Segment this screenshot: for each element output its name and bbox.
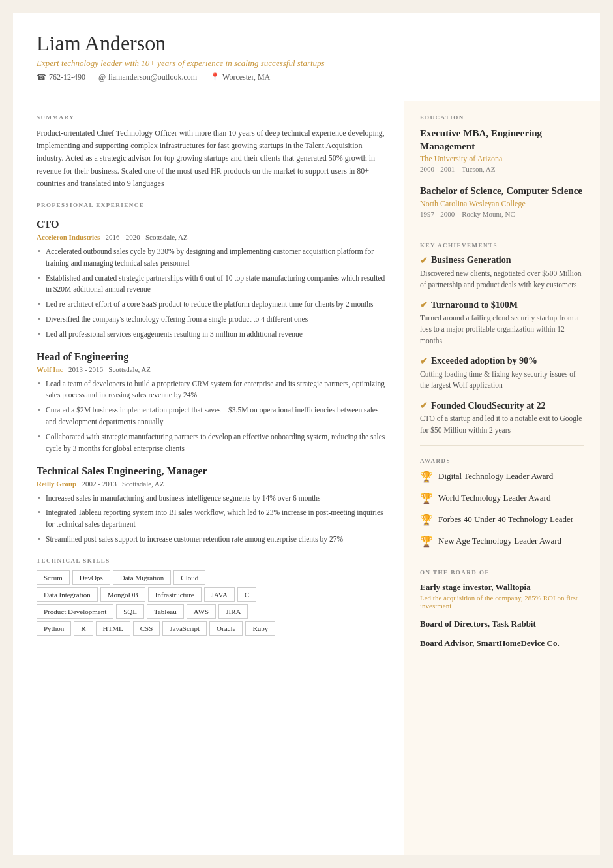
list-item: Lead a team of developers to build a pro… (37, 379, 388, 402)
job-meta-tsm: Reilly Group 2002 - 2013 Scottsdale, AZ (37, 480, 388, 488)
achievement-title-text: Founded CloudSecurity at 22 (431, 401, 545, 411)
edu-school-mba: The University of Arizona (420, 154, 584, 164)
achievement-desc-adoption: Cutting loading time & fixing key securi… (420, 369, 584, 392)
education-label: EDUCATION (420, 114, 584, 121)
email-item: @ liamanderson@outlook.com (98, 72, 197, 82)
main-content: SUMMARY Product-orientated Chief Technol… (13, 101, 600, 855)
phone-icon: ☎ (37, 72, 46, 82)
company-wolf: Wolf Inc (37, 365, 63, 373)
edu-entry-mba: Executive MBA, Engineering Management Th… (420, 127, 584, 173)
edu-years-mba: 2000 - 2001 Tucson, AZ (420, 165, 584, 173)
job-title-hoe: Head of Engineering (37, 351, 388, 363)
list-item: Led all professional services engagement… (37, 329, 388, 341)
achievement-biz: ✔ Business Generation Discovered new cli… (420, 255, 584, 291)
achievement-title-text: Exceeded adoption by 90% (431, 356, 537, 366)
edu-degree-bs: Bachelor of Science, Computer Science (420, 185, 584, 198)
board-desc-walltopia: Led the acquisition of the company, 285%… (420, 594, 584, 610)
check-icon: ✔ (420, 356, 428, 367)
edu-degree-mba: Executive MBA, Engineering Management (420, 127, 584, 153)
job-entry-hoe: Head of Engineering Wolf Inc 2013 - 2016… (37, 351, 388, 455)
achievement-desc-cloud: CTO of a startup and led it to a notable… (420, 413, 584, 436)
award-digital: 🏆 Digital Technology Leader Award (420, 471, 584, 483)
award-world: 🏆 World Technology Leader Award (420, 492, 584, 504)
achievement-turnaround: ✔ Turnaround to $100M Turned around a fa… (420, 300, 584, 347)
skill-javascript: JavaScript (162, 621, 207, 636)
list-item: Streamlined post-sales support to increa… (37, 534, 388, 546)
achievement-cloud: ✔ Founded CloudSecurity at 22 CTO of a s… (420, 400, 584, 436)
job-meta-cto: Acceleron Industries 2016 - 2020 Scottsd… (37, 233, 388, 241)
list-item: Diversified the company's technology off… (37, 314, 388, 326)
location-value: Worcester, MA (222, 72, 270, 82)
list-item: Led re-architect effort of a core SaaS p… (37, 299, 388, 311)
trophy-icon: 🏆 (420, 471, 433, 483)
skills-section: Scrum DevOps Data Migration Cloud Data I… (37, 570, 388, 636)
award-digital-text: Digital Technology Leader Award (438, 471, 553, 482)
skill-infrastructure: Infrastructure (148, 587, 202, 602)
board-title-walltopia: Early stage investor, Walltopia (420, 582, 584, 593)
achievement-title-adoption: ✔ Exceeded adoption by 90% (420, 356, 584, 367)
awards-label: AWARDS (420, 457, 584, 464)
skills-row-3: Product Development SQL Tableau AWS JIRA (37, 604, 388, 619)
award-forbes: 🏆 Forbes 40 Under 40 Technology Leader (420, 514, 584, 526)
location-icon: 📍 (210, 72, 220, 82)
skill-devops: DevOps (72, 570, 110, 585)
skill-datamigration: Data Migration (113, 570, 172, 585)
list-item: Collaborated with strategic manufacturin… (37, 431, 388, 455)
right-column: EDUCATION Executive MBA, Engineering Man… (404, 101, 600, 855)
skills-row-1: Scrum DevOps Data Migration Cloud (37, 570, 388, 585)
job-entry-tsm: Technical Sales Engineering, Manager Rei… (37, 465, 388, 546)
board-smarthome: Board Advisor, SmartHomeDevice Co. (420, 638, 584, 649)
award-newage-text: New Age Technology Leader Award (438, 536, 561, 546)
achievement-desc-turnaround: Turned around a failing cloud security s… (420, 313, 584, 347)
skill-mongodb: MongoDB (100, 587, 145, 602)
list-item: Integrated Tableau reporting system into… (37, 507, 388, 531)
list-item: Curated a $2M business implementation pr… (37, 405, 388, 428)
trophy-icon: 🏆 (420, 514, 433, 526)
board-title-smarthome: Board Advisor, SmartHomeDevice Co. (420, 638, 584, 649)
company-acceleron: Acceleron Industries (37, 233, 100, 241)
award-world-text: World Technology Leader Award (438, 493, 550, 503)
tsm-bullets: Increased sales in manufacturing and bus… (37, 493, 388, 546)
skill-python: Python (37, 621, 71, 636)
divider-achievements (420, 445, 584, 446)
location-item: 📍 Worcester, MA (210, 72, 270, 82)
edu-years-bs: 1997 - 2000 Rocky Mount, NC (420, 210, 584, 218)
job-title-tsm: Technical Sales Engineering, Manager (37, 465, 388, 477)
experience-label: PROFESSIONAL EXPERIENCE (37, 202, 388, 208)
skill-dataintegration: Data Integration (37, 587, 98, 602)
edu-school-bs: North Carolina Wesleyan College (420, 199, 584, 209)
skill-sql: SQL (116, 604, 144, 619)
trophy-icon: 🏆 (420, 492, 433, 504)
job-entry-cto: CTO Acceleron Industries 2016 - 2020 Sco… (37, 219, 388, 341)
skill-oracle: Oracle (209, 621, 243, 636)
skill-cloud: Cloud (173, 570, 205, 585)
achievement-desc-biz: Discovered new clients, negotiated over … (420, 268, 584, 291)
list-item: Increased sales in manufacturing and bus… (37, 493, 388, 504)
award-newage: 🏆 New Age Technology Leader Award (420, 535, 584, 548)
skills-label: TECHNICAL SKILLS (37, 557, 388, 564)
list-item: Accelerated outbound sales cycle by 330%… (37, 246, 388, 270)
skill-r: R (74, 621, 93, 636)
achievement-title-cloud: ✔ Founded CloudSecurity at 22 (420, 400, 584, 411)
check-icon: ✔ (420, 255, 428, 266)
skills-row-2: Data Integration MongoDB Infrastructure … (37, 587, 388, 602)
skill-tableau: Tableau (147, 604, 184, 619)
email-value: liamanderson@outlook.com (108, 72, 197, 82)
trophy-icon: 🏆 (420, 535, 433, 548)
check-icon: ✔ (420, 400, 428, 411)
skill-html: HTML (96, 621, 130, 636)
achievement-title-turnaround: ✔ Turnaround to $100M (420, 300, 584, 311)
board-walltopia: Early stage investor, Walltopia Led the … (420, 582, 584, 610)
award-forbes-text: Forbes 40 Under 40 Technology Leader (438, 514, 573, 525)
contact-row: ☎ 762-12-490 @ liamanderson@outlook.com … (37, 72, 576, 82)
skill-aws: AWS (187, 604, 217, 619)
achievement-title-biz: ✔ Business Generation (420, 255, 584, 266)
skill-css: CSS (133, 621, 160, 636)
skill-productdev: Product Development (37, 604, 113, 619)
edu-entry-bs: Bachelor of Science, Computer Science No… (420, 185, 584, 218)
phone-value: 762-12-490 (49, 72, 85, 82)
phone-item: ☎ 762-12-490 (37, 72, 85, 82)
cto-bullets: Accelerated outbound sales cycle by 330%… (37, 246, 388, 341)
skill-scrum: Scrum (37, 570, 70, 585)
left-column: SUMMARY Product-orientated Chief Technol… (13, 101, 404, 855)
